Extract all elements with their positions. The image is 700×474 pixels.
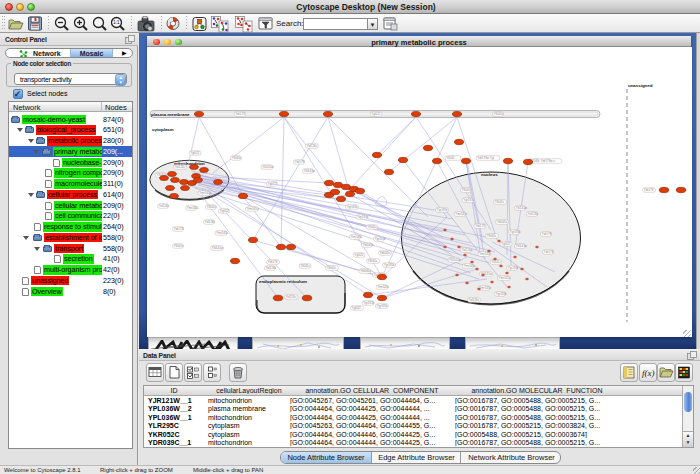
svg-text:Ygr183c: Ygr183c bbox=[510, 230, 522, 234]
svg-text:Yol126c: Yol126c bbox=[266, 266, 277, 270]
svg-text:Ykl148c Ydr178w x: Ykl148c Ydr178w x bbox=[529, 159, 555, 163]
svg-text:Ygr183c: Ygr183c bbox=[377, 304, 389, 308]
svg-text:Ymr145c: Ymr145c bbox=[351, 235, 364, 239]
svg-text:Ymr145c: Ymr145c bbox=[199, 191, 212, 195]
svg-text:Ygl022: Ygl022 bbox=[371, 112, 381, 116]
svg-text:Ymr145c: Ymr145c bbox=[455, 212, 468, 216]
svg-text:Ygr183c: Ygr183c bbox=[357, 215, 369, 219]
svg-text:Ygl022: Ygl022 bbox=[220, 209, 230, 213]
svg-text:Yll041c: Yll041c bbox=[487, 234, 497, 238]
svg-text:Ybl045c: Ybl045c bbox=[497, 220, 508, 224]
svg-text:Ymr145c: Ymr145c bbox=[216, 231, 229, 235]
svg-text:Ybl045c: Ybl045c bbox=[380, 251, 391, 255]
svg-text:Yll041: Yll041 bbox=[446, 156, 455, 160]
svg-text:Ykl141w: Ykl141w bbox=[449, 258, 461, 262]
svg-text:Yol126c: Yol126c bbox=[469, 298, 480, 302]
svg-text:Ymr145c: Ymr145c bbox=[187, 206, 200, 210]
svg-text:Ykl141w: Ykl141w bbox=[262, 165, 274, 169]
svg-text:Yol126c: Yol126c bbox=[528, 212, 539, 216]
svg-text:Ydr178: Ydr178 bbox=[174, 227, 184, 231]
svg-text:Ygl022: Ygl022 bbox=[190, 151, 200, 155]
svg-text:Yol126c: Yol126c bbox=[307, 144, 318, 148]
svg-text:Ygl022: Ygl022 bbox=[352, 306, 362, 310]
svg-text:Yol126c: Yol126c bbox=[462, 248, 473, 252]
svg-text:Ygr183c: Ygr183c bbox=[363, 301, 375, 305]
svg-text:endoplasmic reticulum: endoplasmic reticulum bbox=[259, 279, 307, 284]
svg-text:Ydr178: Ydr178 bbox=[544, 250, 554, 254]
svg-text:Ygr183c: Ygr183c bbox=[375, 237, 387, 241]
svg-text:Yll041c: Yll041c bbox=[495, 200, 505, 204]
svg-text:Ygl022: Ygl022 bbox=[268, 182, 278, 186]
svg-text:unassigned: unassigned bbox=[628, 83, 653, 88]
svg-text:Ykl141w: Ykl141w bbox=[516, 244, 528, 248]
svg-text:Ygr183c: Ygr183c bbox=[437, 208, 449, 212]
svg-text:Ydr178: Ydr178 bbox=[644, 188, 654, 192]
svg-text:Ydr178: Ydr178 bbox=[475, 224, 485, 228]
svg-text:plasma membrane: plasma membrane bbox=[151, 112, 190, 117]
svg-text:cytoplasm: cytoplasm bbox=[152, 127, 174, 132]
svg-text:Ymr145c: Ymr145c bbox=[479, 286, 492, 290]
svg-text:Yol126c: Yol126c bbox=[286, 295, 297, 299]
svg-text:Ydr178: Ydr178 bbox=[268, 260, 278, 264]
svg-text:Ydr178: Ydr178 bbox=[235, 112, 245, 116]
svg-text:nucleus: nucleus bbox=[481, 172, 498, 177]
svg-text:Ygl022: Ygl022 bbox=[501, 242, 511, 246]
svg-text:Yll041c: Yll041c bbox=[300, 264, 310, 268]
svg-text:Yol126c: Yol126c bbox=[205, 220, 216, 224]
svg-text:Ygr183c: Ygr183c bbox=[347, 205, 359, 209]
svg-text:Ykl141w: Ykl141w bbox=[304, 169, 316, 173]
svg-text:Yll041c: Yll041c bbox=[207, 205, 217, 209]
svg-text:Yll041c: Yll041c bbox=[368, 259, 378, 263]
svg-text:Yll041c: Yll041c bbox=[367, 225, 377, 229]
svg-text:Ydr178: Ydr178 bbox=[295, 160, 305, 164]
svg-text:Ydr178w Ygl: Ydr178w Ygl bbox=[477, 156, 494, 160]
svg-text:1:1: 1:1 bbox=[113, 20, 120, 25]
svg-text:Ygr183c: Ygr183c bbox=[463, 198, 475, 202]
svg-text:Yll041c: Yll041c bbox=[494, 112, 504, 116]
svg-text:Ymr145c: Ymr145c bbox=[377, 285, 390, 289]
svg-text:Yll041c: Yll041c bbox=[491, 260, 501, 264]
svg-text:Ydr178: Ydr178 bbox=[542, 232, 552, 236]
svg-text:Ygr183c: Ygr183c bbox=[496, 292, 508, 296]
svg-text:Ykl141w: Ykl141w bbox=[516, 206, 528, 210]
svg-text:Ymr145c: Ymr145c bbox=[247, 207, 260, 211]
svg-text:Ybl045c: Ybl045c bbox=[360, 269, 371, 273]
svg-text:Ykl141w: Ykl141w bbox=[212, 246, 224, 250]
svg-text:Yll041c: Yll041c bbox=[462, 188, 472, 192]
svg-text:Ymr145c: Ymr145c bbox=[479, 252, 492, 256]
svg-text:Ybl045c: Ybl045c bbox=[363, 243, 374, 247]
svg-text:Yll041c: Yll041c bbox=[174, 244, 184, 248]
svg-text:Yol126c: Yol126c bbox=[159, 204, 170, 208]
svg-text:Ygr183c: Ygr183c bbox=[508, 266, 520, 270]
svg-text:Yll041c: Yll041c bbox=[232, 156, 242, 160]
svg-text:Ymr145c: Ymr145c bbox=[464, 264, 477, 268]
svg-text:Yll041c: Yll041c bbox=[327, 266, 337, 270]
svg-text:Yol126c: Yol126c bbox=[175, 165, 186, 169]
svg-text:Ygr183c: Ygr183c bbox=[384, 263, 396, 267]
svg-text:f(x): f(x) bbox=[642, 368, 655, 378]
svg-text:Ygl022: Ygl022 bbox=[354, 253, 364, 257]
svg-text:Ymr145c: Ymr145c bbox=[499, 276, 512, 280]
